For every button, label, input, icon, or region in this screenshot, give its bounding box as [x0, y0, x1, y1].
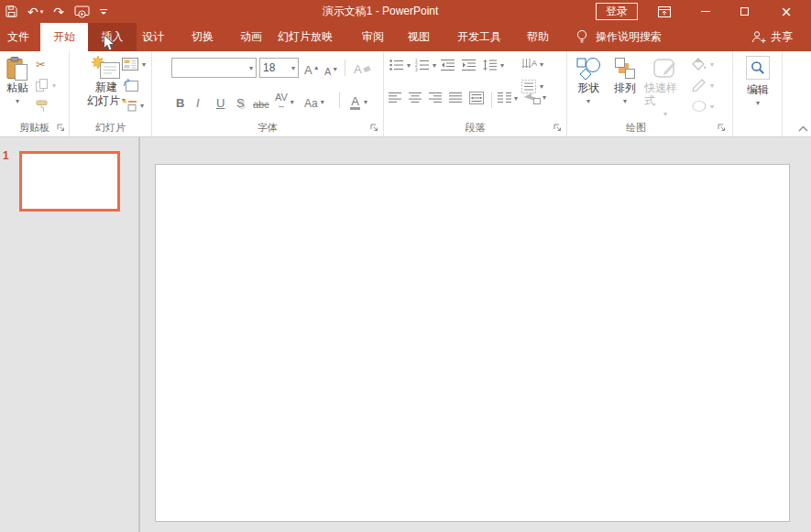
section-button[interactable]: ▾ — [122, 99, 144, 112]
slide-layout-button[interactable]: ▾ — [122, 58, 146, 71]
tab-home[interactable]: 开始 — [40, 23, 88, 51]
line-spacing-button[interactable]: ▾ — [483, 59, 504, 71]
collapse-ribbon-button[interactable] — [795, 123, 810, 134]
change-case-dropdown-arrow[interactable]: ▾ — [321, 98, 324, 106]
paste-button[interactable]: 粘贴 ▾ — [3, 57, 32, 108]
share-button[interactable]: 共享 — [751, 23, 793, 51]
shape-outline-dropdown-arrow[interactable]: ▾ — [710, 81, 714, 90]
character-spacing-button[interactable]: AV↔ ▾ — [275, 90, 294, 110]
maximize-button[interactable] — [730, 0, 758, 23]
tab-help[interactable]: 帮助 — [519, 23, 557, 51]
close-button[interactable]: × — [773, 0, 800, 23]
new-slide-label-line1: 新建 — [95, 81, 117, 93]
copy-button[interactable]: ▾ — [36, 79, 56, 92]
font-size-dropdown-arrow[interactable]: ▾ — [291, 64, 295, 72]
change-case-button[interactable]: Aa ▾ — [304, 90, 324, 110]
ribbon: 粘贴 ▾ ✂ ▾ 剪贴板 — [0, 51, 811, 137]
bold-button[interactable]: B — [176, 90, 184, 110]
drawing-dialog-launcher-icon[interactable] — [718, 124, 727, 133]
font-name-dropdown-arrow[interactable]: ▾ — [249, 64, 253, 72]
share-person-icon — [751, 30, 766, 44]
decrease-indent-icon — [441, 59, 455, 71]
tab-file[interactable]: 文件 — [0, 23, 37, 51]
shape-fill-button[interactable]: ▾ — [692, 58, 714, 71]
mouse-cursor — [103, 34, 116, 53]
editing-group: 编辑 ▾ — [733, 51, 783, 136]
paste-dropdown-arrow[interactable]: ▾ — [16, 95, 19, 108]
tab-view[interactable]: 视图 — [400, 23, 438, 51]
lightbulb-icon — [575, 29, 588, 45]
section-dropdown-arrow[interactable]: ▾ — [140, 102, 144, 110]
shapes-button[interactable]: 形状 ▾ — [572, 57, 605, 108]
slide-canvas[interactable] — [155, 164, 790, 522]
font-color-bar — [350, 107, 360, 110]
arrange-dropdown-arrow[interactable]: ▾ — [623, 95, 627, 108]
reset-slide-button[interactable] — [123, 78, 138, 92]
font-color-dropdown-arrow[interactable]: ▾ — [364, 98, 367, 106]
arrange-icon — [614, 57, 637, 81]
line-spacing-dropdown-arrow[interactable]: ▾ — [500, 61, 504, 70]
grow-font-button[interactable]: A▲ — [304, 59, 320, 77]
tab-review[interactable]: 审阅 — [354, 23, 392, 51]
distribute-text-button[interactable] — [469, 92, 484, 104]
cut-button[interactable]: ✂ — [36, 58, 46, 71]
format-painter-button[interactable] — [36, 100, 49, 113]
clipboard-dialog-launcher-icon[interactable] — [57, 124, 66, 133]
tell-me-search[interactable]: 操作说明搜索 — [575, 23, 662, 51]
strikethrough-button[interactable]: abc — [253, 90, 269, 110]
numbering-dropdown-arrow[interactable]: ▾ — [433, 61, 436, 70]
arrange-button[interactable]: 排列 ▾ — [608, 57, 641, 108]
underline-button[interactable]: U — [216, 90, 225, 110]
increase-indent-button[interactable] — [462, 59, 477, 71]
text-direction-button[interactable]: A ▾ — [521, 58, 543, 71]
text-direction-dropdown-arrow[interactable]: ▾ — [540, 60, 543, 69]
slide-layout-dropdown-arrow[interactable]: ▾ — [142, 60, 146, 69]
shape-effects-button[interactable]: ▾ — [692, 100, 714, 113]
columns-button[interactable]: ▾ — [498, 92, 518, 104]
slides-group: 新建 幻灯片 ▾ ▾ ▾ — [70, 51, 152, 136]
shrink-font-button[interactable]: A▼ — [324, 59, 338, 77]
minimize-button[interactable] — [692, 0, 719, 23]
increase-indent-icon — [462, 59, 477, 71]
scissors-icon: ✂ — [36, 58, 46, 71]
tab-animations[interactable]: 动画 — [232, 23, 270, 51]
tab-slideshow[interactable]: 幻灯片放映 — [275, 23, 335, 51]
shapes-label: 形状 — [577, 81, 599, 94]
bullets-dropdown-arrow[interactable]: ▾ — [407, 61, 411, 70]
align-left-button[interactable] — [389, 92, 402, 104]
quick-styles-dropdown-arrow[interactable]: ▾ — [663, 108, 667, 121]
align-right-button[interactable] — [429, 92, 443, 104]
font-size-combobox[interactable]: 18 ▾ — [259, 58, 299, 78]
italic-button[interactable]: I — [196, 90, 200, 110]
smartart-dropdown-arrow[interactable]: ▾ — [542, 93, 546, 102]
slide-thumbnail[interactable] — [19, 151, 120, 212]
shape-outline-button[interactable]: ▾ — [692, 79, 714, 92]
tab-developer[interactable]: 开发工具 — [453, 23, 506, 51]
quick-styles-button[interactable]: 快速样式 ▾ — [644, 57, 686, 121]
tab-design[interactable]: 设计 — [134, 23, 172, 51]
convert-to-smartart-button[interactable]: ▾ — [523, 90, 546, 104]
editing-button[interactable]: 编辑 ▾ — [743, 56, 773, 110]
sign-in-button[interactable]: 登录 — [596, 3, 638, 20]
justify-button[interactable] — [449, 92, 463, 104]
shape-fill-dropdown-arrow[interactable]: ▾ — [710, 60, 714, 69]
ribbon-display-options-button[interactable] — [651, 0, 678, 23]
text-shadow-button[interactable]: S — [236, 90, 245, 110]
columns-dropdown-arrow[interactable]: ▾ — [514, 94, 518, 103]
font-dialog-launcher-icon[interactable] — [370, 124, 379, 133]
align-center-button[interactable] — [409, 92, 422, 104]
decrease-indent-button[interactable] — [441, 59, 455, 71]
character-spacing-dropdown-arrow[interactable]: ▾ — [290, 98, 294, 106]
quick-styles-label: 快速样式 — [644, 81, 686, 107]
shapes-dropdown-arrow[interactable]: ▾ — [586, 95, 590, 108]
copy-dropdown-arrow[interactable]: ▾ — [52, 81, 56, 90]
clear-formatting-button[interactable]: A — [354, 58, 372, 76]
font-name-combobox[interactable]: ▾ — [171, 58, 257, 78]
slide-number: 1 — [3, 149, 9, 162]
font-color-button[interactable]: A ▾ — [350, 90, 367, 110]
tab-transitions[interactable]: 切换 — [183, 23, 222, 51]
bullets-button[interactable]: ▾ — [389, 59, 411, 71]
numbering-button[interactable]: 123 ▾ — [415, 59, 436, 71]
shape-effects-dropdown-arrow[interactable]: ▾ — [710, 103, 714, 111]
editing-dropdown-arrow[interactable]: ▾ — [756, 97, 760, 110]
